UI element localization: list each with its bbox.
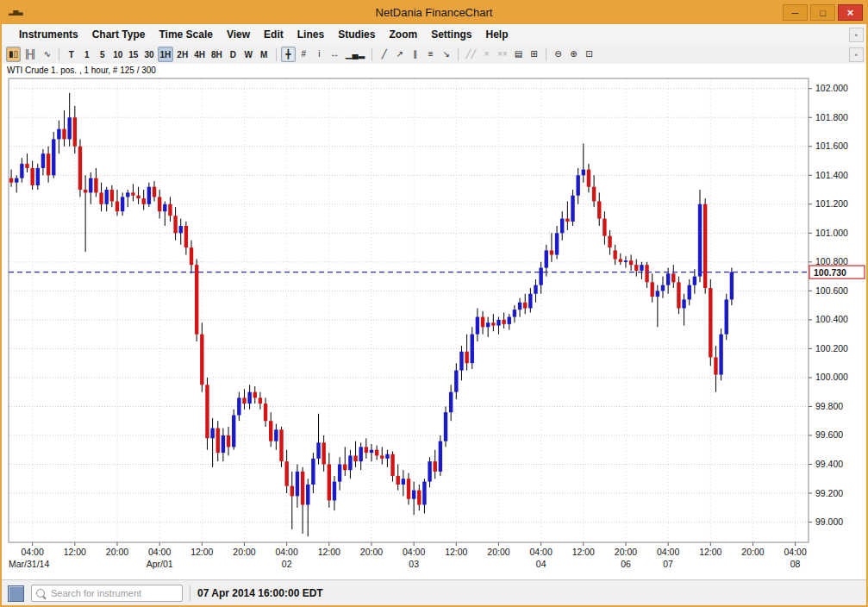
arrow-annotation-button[interactable]: ↘ <box>439 47 453 62</box>
axes: 04:00Mar/31/1412:0020:0004:00Apr/0112:00… <box>9 78 848 569</box>
menu-item-studies[interactable]: Studies <box>331 25 382 44</box>
info-button[interactable]: i <box>312 47 327 62</box>
timeframe-15m-button[interactable]: 15 <box>126 47 141 62</box>
search-icon <box>36 589 45 598</box>
timeframe-10m-button[interactable]: 10 <box>110 47 125 62</box>
svg-text:101.800: 101.800 <box>815 112 848 122</box>
svg-text:04:00: 04:00 <box>276 547 298 557</box>
svg-text:12:00: 12:00 <box>190 547 213 557</box>
svg-text:12:00: 12:00 <box>318 547 340 557</box>
chart-area[interactable]: 04:00Mar/31/1412:0020:0004:00Apr/0112:00… <box>2 77 866 579</box>
toolbar-pin-button[interactable]: ▪ <box>849 47 864 62</box>
price-chart[interactable]: 04:00Mar/31/1412:0020:0004:00Apr/0112:00… <box>2 77 866 579</box>
svg-text:04:00: 04:00 <box>784 547 806 557</box>
trendline-tool-button[interactable]: ╱ <box>377 47 391 62</box>
timeframe-1w-button[interactable]: W <box>241 47 256 62</box>
grid-icon: # <box>301 50 306 59</box>
menu-pin-button[interactable]: ▪ <box>849 28 864 42</box>
svg-text:102.000: 102.000 <box>815 83 848 93</box>
grid-toggle-button[interactable]: # <box>297 47 311 62</box>
menu-item-time-scale[interactable]: Time Scale <box>152 25 219 44</box>
zoom-in-button[interactable]: ⊕ <box>566 47 581 62</box>
svg-text:04: 04 <box>536 559 546 569</box>
app-window: ▂▅▃ NetDania FinanceChart ─ □ × Instrume… <box>0 0 868 607</box>
chart-type-line-button[interactable]: ∿ <box>40 47 54 62</box>
toolbar-separator <box>276 48 277 61</box>
svg-text:100.730: 100.730 <box>814 267 846 278</box>
maximize-button[interactable]: □ <box>810 4 835 21</box>
chart-type-candlestick-button[interactable]: ▮▯ <box>6 47 21 62</box>
menu-item-edit[interactable]: Edit <box>257 25 290 44</box>
timeframe-8h-button[interactable]: 8H <box>209 47 225 62</box>
symbol-strip: WTI Crude 1. pos. , 1 hour, # 125 / 300 <box>2 64 866 77</box>
delete-drawing-button[interactable]: × <box>479 47 494 62</box>
grid <box>9 78 809 542</box>
svg-text:20:00: 20:00 <box>741 547 764 557</box>
chart-timestamp: 07 Apr 2014 16:00:00 EDT <box>197 587 323 599</box>
menu-item-settings[interactable]: Settings <box>424 25 478 44</box>
crosshair-button[interactable]: ╋ <box>281 47 296 62</box>
volume-button[interactable]: ▁▄▂ <box>343 47 367 62</box>
horizontal-arrows-icon: ↔ <box>330 50 339 59</box>
chart-type-bars-button[interactable]: ╟╢ <box>22 47 39 62</box>
parallel-lines-icon: ╱╱ <box>465 50 476 59</box>
svg-text:12:00: 12:00 <box>64 547 86 557</box>
candlestick-icon: ▮▯ <box>9 50 18 59</box>
menubar: Instruments Chart Type Time Scale View E… <box>2 24 866 46</box>
timeframe-1d-button[interactable]: D <box>226 47 240 62</box>
timeframe-1mo-button[interactable]: M <box>257 47 272 62</box>
svg-text:101.000: 101.000 <box>815 228 848 238</box>
svg-text:20:00: 20:00 <box>487 547 509 557</box>
expand-horizontal-button[interactable]: ↔ <box>328 47 342 62</box>
zoom-out-button[interactable]: ⊖ <box>551 47 565 62</box>
timeframe-2h-button[interactable]: 2H <box>174 47 190 62</box>
ray-tool-button[interactable]: ↗ <box>392 47 407 62</box>
svg-text:20:00: 20:00 <box>360 547 383 557</box>
svg-text:100.400: 100.400 <box>815 314 848 324</box>
svg-text:20:00: 20:00 <box>615 547 637 557</box>
panel-toggle-button[interactable] <box>8 585 24 602</box>
print-button[interactable]: ▤ <box>511 47 526 62</box>
svg-text:99.600: 99.600 <box>815 429 843 440</box>
svg-text:99.800: 99.800 <box>815 401 843 411</box>
timeframe-5m-button[interactable]: 5 <box>95 47 109 62</box>
menu-item-zoom[interactable]: Zoom <box>382 25 424 44</box>
menu-item-help[interactable]: Help <box>478 25 515 44</box>
svg-text:101.200: 101.200 <box>815 198 848 209</box>
fibonacci-tool-button[interactable]: ≡ <box>423 47 438 62</box>
svg-text:99.200: 99.200 <box>815 488 843 498</box>
crosshair-icon: ╋ <box>285 50 290 59</box>
svg-text:100.600: 100.600 <box>815 285 848 296</box>
candles <box>9 93 734 537</box>
timeframe-4h-button[interactable]: 4H <box>191 47 208 62</box>
fibonacci-icon: ≡ <box>428 50 434 59</box>
zoom-reset-icon: ⊡ <box>585 50 592 59</box>
svg-text:04:00: 04:00 <box>657 547 679 557</box>
search-input[interactable] <box>49 587 178 599</box>
svg-text:04:00: 04:00 <box>148 547 171 557</box>
close-button[interactable]: × <box>838 4 863 21</box>
minimize-button[interactable]: ─ <box>783 4 808 21</box>
svg-text:99.000: 99.000 <box>815 516 843 527</box>
timeframe-tick-button[interactable]: T <box>64 47 78 62</box>
menu-item-chart-type[interactable]: Chart Type <box>85 25 153 44</box>
last-price-marker: 100.730 <box>9 266 865 278</box>
printer-icon: ▤ <box>515 50 522 59</box>
menu-item-view[interactable]: View <box>220 25 257 44</box>
menu-item-instruments[interactable]: Instruments <box>12 25 85 44</box>
instrument-search-box[interactable] <box>31 585 183 602</box>
timeframe-1h-button[interactable]: 1H <box>158 47 174 62</box>
svg-text:03: 03 <box>409 559 419 569</box>
ray-icon: ↗ <box>397 50 403 59</box>
zoom-reset-button[interactable]: ⊡ <box>582 47 596 62</box>
svg-text:12:00: 12:00 <box>572 547 595 557</box>
print-preview-button[interactable]: ⊞ <box>527 47 541 62</box>
timeframe-1m-button[interactable]: 1 <box>79 47 94 62</box>
timeframe-30m-button[interactable]: 30 <box>141 47 156 62</box>
channel-tool-button[interactable]: ∥ <box>408 47 422 62</box>
delete-all-button[interactable]: ×× <box>495 47 510 62</box>
info-icon: i <box>318 50 320 59</box>
parallel-lines-button[interactable]: ╱╱ <box>463 47 478 62</box>
symbol-label: WTI Crude 1. pos. , 1 hour, # 125 / 300 <box>7 66 156 75</box>
menu-item-lines[interactable]: Lines <box>290 25 331 44</box>
